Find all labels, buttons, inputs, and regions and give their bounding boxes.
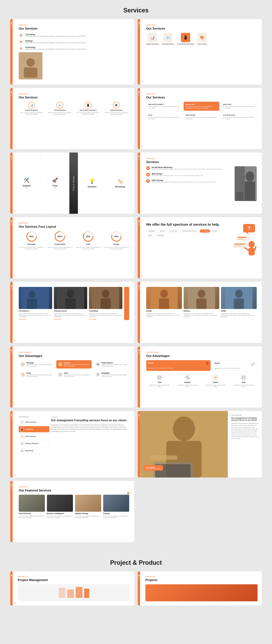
da-tag: Data Analysis [231, 414, 258, 416]
stag-5: Design [211, 230, 219, 233]
adv-icon-5: 🛡️ [95, 372, 100, 377]
slide-3-item-2: 📱 Social Media Marketing There are many … [75, 102, 101, 115]
photo-box-d2 [221, 287, 257, 309]
stb-train: 🚀 Train 8 [41, 152, 69, 214]
slide-2-accent [138, 19, 140, 84]
adv-icon-2: ⚙️ [95, 362, 100, 367]
pc-item-0: 90% Strengths There are many variations … [19, 231, 44, 250]
fs-item-3: Training There are many variations of pa… [103, 495, 129, 518]
slide-7-number: 07 [14, 275, 16, 277]
slide-6-heading: Services [146, 160, 257, 164]
slide-12-tag: Advantages [146, 352, 257, 353]
service-item-technology: Technology Apparently we had reached a g… [19, 46, 129, 50]
fs-photo-2 [75, 495, 101, 512]
branding-label: Branding [116, 185, 125, 188]
consulting-heading: Our management Consulting services focus… [51, 419, 128, 422]
slide-5-accent [10, 152, 12, 214]
adv-item-3: 📋 Profy Apparently we had reached a grea… [19, 370, 54, 379]
strategy-icon [19, 39, 24, 44]
photo-item-d0: Design Apparently we had reached a great… [146, 287, 182, 318]
adv2-icon-2: ⚡ [212, 374, 218, 380]
proj-2-heading: Projects [145, 578, 258, 582]
slide-15-photos: Cloud Services There are many variations… [19, 495, 129, 518]
svg-rect-41 [27, 299, 37, 309]
num-content-0: Social Media Marketing Apparently we had… [152, 166, 222, 170]
num-circle-1: 02 [146, 173, 150, 176]
slide-14-content: Data Analyst Apparently we had reached D… [138, 411, 262, 478]
slide-4-accent [138, 88, 140, 149]
slide-7: Services Our Services Four Layout 90% St… [10, 217, 134, 278]
slide-8-accent [138, 217, 140, 278]
proj-2-accent [138, 572, 140, 606]
adv2-item-3: 💬 Chat Apparently we had reached a great… [230, 372, 257, 389]
graph-card: Graph 📈 Apparently we had reached a grea… [212, 360, 257, 371]
proj-1-accent [10, 572, 12, 606]
slide-1-number: 01 [14, 81, 16, 83]
csl-arrow-2: › [47, 436, 48, 437]
svg-text:85%: 85% [86, 235, 90, 238]
svg-point-40 [28, 291, 35, 298]
slide-4-grid: WEB DEVELOPMENT As to my collection of t… [146, 102, 257, 122]
proj-slide-2: Projects Projects 02 [138, 572, 262, 606]
slide-6-content: 01 Social Media Marketing Apparently we … [146, 166, 257, 201]
slide-15-accent [10, 481, 12, 542]
proj-2-content [145, 584, 258, 601]
svg-rect-66 [84, 588, 89, 598]
slide-10-content: Design Apparently we had reached a great… [146, 287, 257, 318]
pc-item-3: 80% Design There are many variations of … [104, 231, 129, 250]
slide-11: Advantages Our Advantages 💬 Message Appa… [10, 346, 134, 408]
svg-point-35 [248, 241, 255, 248]
slide-7-accent [10, 217, 12, 278]
slide-4-heading: Our Services [146, 96, 257, 99]
pc-item-1: 100% Content Write There are many variat… [47, 231, 72, 250]
csl-icon-3: 💿 [20, 442, 24, 446]
slide-11-number: 11 [14, 404, 16, 406]
spectrum-illustration: ? [230, 222, 257, 256]
ws-cell-1: WEB HACKS Apparently we had reached a gr… [184, 102, 219, 111]
svg-line-38 [255, 247, 256, 250]
consulting-tag: Consulting [51, 416, 128, 418]
adv-item-1: ⭐ Quality Apparently we had reached a gr… [56, 360, 92, 368]
da-badge: Data Analyst Apparently we had reached [144, 465, 163, 471]
adv-text-1: Quality Apparently we had reached a grea… [64, 362, 90, 367]
slide-4-tag: Services [146, 93, 257, 95]
pc-svg-3: 80% [111, 231, 122, 242]
svg-point-43 [67, 290, 74, 298]
svg-rect-13 [236, 192, 243, 200]
slide-10-accent [138, 282, 140, 343]
slide-15: Services Our Featured Services Cloud Ser… [10, 481, 134, 542]
num-content-2: UI/UX Design Apparently we had reached a… [152, 179, 217, 183]
fs-photo-1 [47, 495, 73, 512]
pc-svg-2: 85% [82, 231, 94, 242]
slide-11-heading: Our Advantages [19, 354, 129, 358]
svg-point-0 [20, 34, 22, 36]
slide-7-heading: Our Services Four Layout [19, 225, 129, 228]
stag-2: E Commerce [168, 230, 180, 233]
fs-item-0: Cloud Services There are many variations… [19, 495, 45, 518]
slide-3-item-0: 📊 Digital Marketing There are many varia… [19, 102, 44, 115]
adv-item-2: ⚙️ Smart System Apparently we had reache… [94, 360, 129, 368]
stb-branding: 🏷️ Branding [106, 152, 134, 214]
stb-solution: 💡 Solution [78, 152, 106, 214]
slide-6-accent [138, 152, 140, 214]
slide-5-items: 🛠️ Support 2 🚀 Train 8 Plan & Design 💡 S… [12, 152, 134, 214]
slide-2-tag: Services [146, 24, 257, 26]
proj-1-content [18, 584, 130, 601]
pc-item-2: 85% Code There are many variations of pa… [75, 231, 101, 250]
num-content-1: Web Design By the same token, effectivel… [152, 173, 203, 176]
proj-1-number: 01 [14, 602, 16, 604]
slide-8-number: 08 [141, 275, 143, 277]
slide-9-content: E-Commerce Apparently we had reached a g… [19, 287, 129, 320]
icon-service-email: 📧 Email Marketing [162, 33, 174, 45]
slide-7-circles: 90% Strengths There are many variations … [19, 231, 129, 250]
svg-point-52 [198, 290, 205, 298]
slide-10: Design Apparently we had reached a great… [138, 282, 262, 343]
csl-item-0: ☁️ Clous Services › [19, 419, 49, 425]
stag-1: Delivery [158, 230, 167, 233]
csl-item-1[interactable]: 💼 Consulting › [19, 426, 49, 432]
photo-item-d2: Health Apparently we had reached a great… [221, 287, 257, 318]
proj-1-illustration [57, 586, 91, 600]
technology-text: Technology Apparently we had reached a g… [25, 46, 86, 50]
bonus-card: Bonus 🎁 Apparently we had reached a grea… [146, 360, 211, 371]
pc-svg-1: 100% [54, 231, 65, 242]
